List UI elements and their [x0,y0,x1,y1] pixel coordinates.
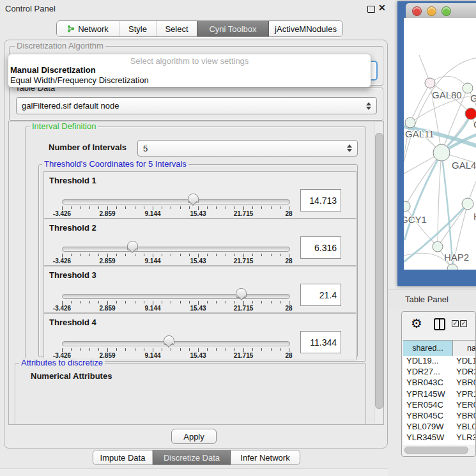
slider-tick [207,301,208,303]
scrollbar-track[interactable] [374,122,383,424]
node-gcy1[interactable] [404,201,410,211]
slider-tick [89,254,90,256]
network-canvas[interactable]: GAL80GACGAL11GAL4GCY1HHAP2 [404,18,476,270]
network-edge[interactable] [438,204,468,247]
table-panel-header: Table Panel [388,289,476,309]
node-gcy1-label: GCY1 [404,214,427,225]
slider-tick-label: 9.144 [134,257,172,265]
slider-handle[interactable] [236,288,247,298]
number-of-intervals-combobox[interactable]: 5 [137,140,358,157]
combo-arrows-icon [347,144,352,152]
tab-infer-network[interactable]: Infer Network [231,450,300,464]
slider-track[interactable] [62,199,290,204]
slider-track[interactable] [62,247,290,252]
node-gal4[interactable] [433,144,450,161]
tab-select[interactable]: Select [157,21,197,36]
network-edge[interactable] [410,83,430,123]
slider-tick [80,348,81,351]
mac-minimize-icon[interactable] [427,6,436,16]
column-header-name[interactable]: name [453,341,475,356]
node-top-right[interactable] [463,83,473,93]
slider-handle[interactable] [127,241,138,250]
cell-shared-name: YBR043C [403,378,453,388]
node-red[interactable] [465,108,476,119]
slider-handle[interactable] [164,335,174,345]
scrollbar-thumb[interactable] [375,133,383,409]
tab-discretize-data[interactable]: Discretize Data [153,450,231,464]
node-gal11[interactable] [405,118,415,128]
node-gal4-label: GAL4 [452,160,476,171]
checkbox-icon[interactable]: ✓ [460,320,467,327]
slider-tick-label: 9.144 [134,305,172,312]
column-header-shared[interactable]: shared... [403,341,453,356]
slider-tick-label: 15.43 [179,210,217,217]
gear-icon[interactable]: ⚙ [411,317,422,330]
control-panel: Control Panel ✕ Network Style Select Cyn… [0,0,391,469]
table-row[interactable]: YIL052C YIL0 [403,444,475,445]
slider-track[interactable] [62,294,290,299]
node-hap2[interactable] [433,242,443,252]
split-view-icon[interactable] [434,318,445,330]
slider-tick [180,348,181,351]
menu-item-equal-width-frequency[interactable]: Equal Width/Frequency Discretization [10,75,149,85]
menu-item-manual-discretization[interactable]: Manual Discretization [10,65,96,75]
network-edge[interactable] [405,153,441,206]
tab-cyni-toolbox[interactable]: Cyni Toolbox [197,21,269,36]
slider-tick [280,254,280,256]
slider-tick [226,301,226,303]
slider-tick-label: -3.426 [43,305,81,312]
close-icon[interactable]: ✕ [378,3,386,13]
node-h[interactable] [462,198,473,210]
attributes-group-label: Attributes to discretize [19,358,105,367]
slider-tick-label: 21.715 [224,305,263,312]
table-row[interactable]: YDR27... YDR2 [403,367,475,378]
float-window-icon[interactable] [367,6,375,13]
table-data-combobox[interactable]: galFiltered.sif default node [16,97,377,114]
tab-label: jActiveMNodules [275,24,337,34]
slider-tick [125,301,126,303]
slider-tick [280,206,280,209]
table-row[interactable]: YPR145W YPR1 [403,389,475,400]
network-thick-edge[interactable] [404,153,441,240]
table-row[interactable]: YER054C YER0 [403,400,475,411]
slider-tick [261,348,262,351]
table-row[interactable]: YBR043C YBR0 [403,378,475,388]
threshold-value-field[interactable]: 6.316 [300,236,341,259]
cell-shared-name: YBR045C [403,411,453,422]
checkbox-icon[interactable]: ✓ [452,320,459,327]
slider-tick [71,254,72,256]
slider-track[interactable] [62,341,290,346]
mac-zoom-icon[interactable] [441,6,451,16]
table-row[interactable]: YLR345W YLR3 [403,433,475,443]
slider-tick-label: 15.43 [179,305,217,312]
cell-name: YDL1 [453,356,475,367]
slider-tick-label: 15.43 [179,257,217,265]
threshold-value-field[interactable]: 14.713 [300,189,341,211]
slider-tick [180,301,181,303]
slider-tick-label: -3.426 [43,210,81,217]
slider-tick [216,348,217,351]
slider-tick [226,254,226,256]
tab-style[interactable]: Style [119,21,157,36]
table-row[interactable]: YBL079W YBL0 [403,422,475,433]
node-gal80[interactable] [425,78,435,88]
mac-close-icon[interactable] [412,6,422,16]
slider-handle[interactable] [188,194,199,203]
table-row[interactable]: YDL19... YDL1 [403,356,475,367]
tab-network[interactable]: Network [57,21,119,36]
network-edge[interactable] [405,206,438,247]
table-row[interactable]: YBR045C YBR0 [403,411,475,422]
network-graph: GAL80GACGAL11GAL4GCY1HHAP2 [404,18,476,270]
cell-shared-name: YDR27... [403,367,453,378]
cell-name: YLR3 [453,433,475,443]
threshold-value-field[interactable]: 11.344 [300,331,341,353]
table-hscrollbar-thumb[interactable] [404,447,468,454]
slider-tick-label: 21.715 [224,257,263,265]
interval-definition-label: Interval Definition [30,121,98,131]
slider-tick-label: 21.715 [224,352,263,359]
tab-impute-data[interactable]: Impute Data [93,450,153,464]
tab-jactivemnodules[interactable]: jActiveMNodules [269,21,342,36]
threshold-value-field[interactable]: 21.4 [300,284,341,306]
apply-button[interactable]: Apply [171,429,217,444]
slider-tick [252,301,253,303]
